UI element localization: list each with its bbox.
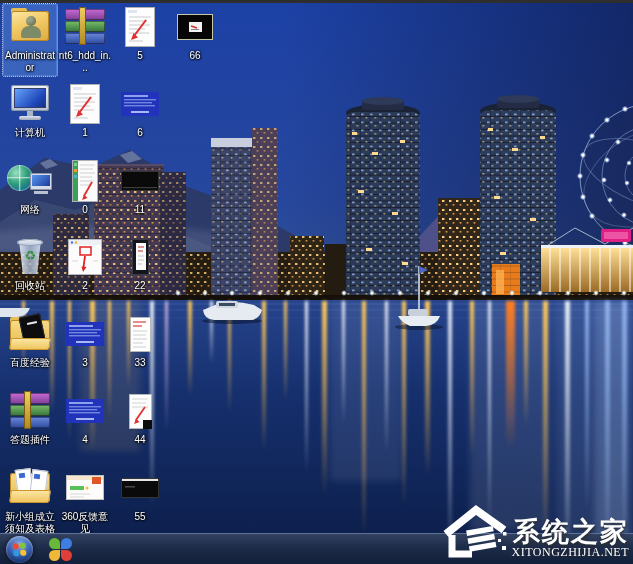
desktop-icon-img-5[interactable]: 5: [113, 4, 167, 64]
desktop-icon-nt6-hdd-archive[interactable]: nt6_hdd_in...: [58, 4, 112, 76]
desktop-icon-label: 0: [82, 204, 88, 216]
desktop-icon-label: Administrator: [3, 50, 57, 74]
pinwheel-app-icon: [49, 538, 72, 561]
image-thumbnail-icon: [66, 313, 104, 355]
network-icon: [6, 160, 54, 202]
desktop-icon-img-1[interactable]: 1: [58, 81, 112, 141]
desktop-icon-label: 55: [134, 511, 145, 523]
image-thumbnail-icon: [125, 6, 155, 48]
desktop-icon-img-44[interactable]: 44: [113, 388, 167, 448]
desktop-icon-img-2[interactable]: 2: [58, 234, 112, 294]
desktop-icon-label: 5: [137, 50, 143, 62]
windows-logo-icon: [13, 542, 27, 556]
desktop-icon-label: nt6_hdd_in...: [58, 50, 112, 74]
image-thumbnail-icon: [66, 390, 104, 432]
desktop-icon-label: 回收站: [15, 280, 45, 292]
winrar-archive-icon: [61, 6, 109, 48]
image-thumbnail-icon: [132, 236, 149, 278]
watermark-site-name: 系统之家: [513, 518, 629, 546]
image-thumbnail-icon: [66, 467, 104, 509]
desktop-icon-img-33[interactable]: 33: [113, 311, 167, 371]
desktop-icon-baidu-jingyan[interactable]: 百度经验: [3, 311, 57, 371]
desktop-icon-label: 66: [189, 50, 200, 62]
desktop-icon-label: 6: [137, 127, 143, 139]
computer-icon: [6, 83, 54, 125]
desktop-icon-network[interactable]: 网络: [3, 158, 57, 218]
desktop-icon-label: 百度经验: [10, 357, 50, 369]
desktop-icon-img-66[interactable]: 66: [168, 4, 222, 64]
desktop-icon-label: 33: [134, 357, 145, 369]
desktop-icon-label: 3: [82, 357, 88, 369]
desktop-icon-img-4[interactable]: 4: [58, 388, 112, 448]
desktop-icon-label: 4: [82, 434, 88, 446]
desktop-icon-img-11[interactable]: 11: [113, 158, 167, 218]
desktop-icon-img-3[interactable]: 3: [58, 311, 112, 371]
desktop-icon-label: 答题插件: [10, 434, 50, 446]
desktop-icon-img-0[interactable]: 0: [58, 158, 112, 218]
desktop-icon-administrator[interactable]: Administrator: [3, 4, 57, 76]
watermark-site-url: XITONGZHIJIA.NET: [512, 545, 629, 560]
desktop-icon-grid: Administratornt6_hdd_in...566计算机16网络011♻…: [0, 0, 633, 530]
documents-folder-icon: [6, 467, 54, 509]
image-thumbnail-icon: [72, 160, 98, 202]
desktop-icon-label: 1: [82, 127, 88, 139]
desktop-icon-label: 新小组成立 须知及表格: [5, 511, 55, 535]
desktop-icon-img-55[interactable]: 55: [113, 465, 167, 525]
desktop-icon-label: 网络: [20, 204, 40, 216]
desktop-icon-label: 44: [134, 434, 145, 446]
desktop-icon-img-22[interactable]: 22: [113, 234, 167, 294]
desktop-icon-computer[interactable]: 计算机: [3, 81, 57, 141]
image-thumbnail-icon: [121, 83, 159, 125]
house-logo-icon: [442, 504, 508, 558]
windows-desktop: Administratornt6_hdd_in...566计算机16网络011♻…: [0, 0, 633, 564]
start-button[interactable]: [6, 536, 33, 563]
image-thumbnail-icon: [177, 6, 213, 48]
image-thumbnail-icon: [121, 467, 159, 509]
desktop-icon-label: 22: [134, 280, 145, 292]
baidu-folder-icon: [6, 313, 54, 355]
desktop-icon-label: 计算机: [15, 127, 45, 139]
image-thumbnail-icon: [130, 313, 151, 355]
site-watermark: 系统之家 XITONGZHIJIA.NET: [442, 504, 629, 560]
desktop-icon-datichajian[interactable]: 答题插件: [3, 388, 57, 448]
image-thumbnail-icon: [70, 83, 100, 125]
user-folder-icon: [6, 6, 54, 48]
desktop-icon-recycle-bin[interactable]: ♻回收站: [3, 234, 57, 294]
taskbar-app-pinwheel[interactable]: [45, 536, 77, 563]
recycle-bin-icon: ♻: [6, 236, 54, 278]
desktop-icon-new-group-folder[interactable]: 新小组成立 须知及表格: [3, 465, 57, 537]
image-thumbnail-icon: [129, 390, 152, 432]
image-thumbnail-icon: [68, 236, 102, 278]
desktop-icon-label: 2: [82, 280, 88, 292]
desktop-icon-img-6[interactable]: 6: [113, 81, 167, 141]
desktop-icon-label: 11: [135, 204, 145, 216]
image-thumbnail-icon: [121, 160, 159, 202]
winrar-archive-icon: [6, 390, 54, 432]
